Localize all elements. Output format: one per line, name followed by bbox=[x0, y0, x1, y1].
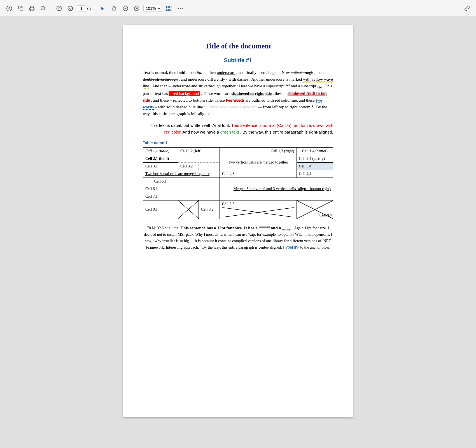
para1-red-background: a red background bbox=[169, 91, 200, 96]
para1-shadow-right: shadowed to right side bbox=[231, 91, 272, 96]
footer-footnote-i: i bbox=[153, 238, 154, 241]
upload-button[interactable] bbox=[4, 4, 14, 13]
para1-normal-15: are outlined with red solid line, and th… bbox=[245, 98, 316, 102]
table-row-8: Cell 8,1 Cell 8,2 Cell 8,3 bbox=[143, 200, 333, 219]
page-separator: / bbox=[87, 6, 88, 11]
cell-7-1: Cell 7,1 bbox=[143, 193, 178, 200]
svg-rect-2 bbox=[20, 8, 23, 11]
para1-normal-12: . These words are bbox=[201, 91, 231, 96]
footer-paragraph: 78 MiB? Not a little. This sentence has … bbox=[143, 225, 333, 251]
copy-button[interactable] bbox=[16, 4, 25, 12]
svg-point-9 bbox=[68, 6, 73, 11]
page-total: 3 bbox=[89, 6, 92, 11]
zoom-select[interactable]: 101% 75% 100% 125% 150% bbox=[143, 5, 162, 12]
zoom-search-button[interactable] bbox=[39, 4, 48, 12]
page-input[interactable] bbox=[77, 5, 86, 11]
footer-normal-5: to the anchor blow. bbox=[300, 245, 330, 249]
footer-footnote-ii: ii bbox=[200, 245, 201, 248]
more-options-button[interactable]: ••• bbox=[176, 5, 186, 12]
fit-page-button[interactable] bbox=[164, 4, 174, 13]
para1-underscore: underscore bbox=[217, 70, 235, 75]
table-row-4: Two horizontal cells are merged together… bbox=[143, 170, 333, 178]
ellipsis-icon: ••• bbox=[178, 6, 184, 11]
para1-normal-7: . Another underscore is marked bbox=[249, 77, 303, 81]
para1-normal-6: , and underscore differently - bbox=[179, 77, 228, 81]
para1-normal-8: . And then – underscore and strikethroug… bbox=[150, 84, 222, 88]
zoom-out-button[interactable] bbox=[121, 4, 130, 12]
cell-1-3: Cell 1,3 (right) bbox=[220, 147, 297, 155]
cell-4-3: Cell 4,3 bbox=[220, 170, 297, 178]
cell-4-merged: Two horizontal cells are merged together bbox=[143, 170, 220, 178]
para1-normal-14: , and these – reflected to bottom side. … bbox=[151, 98, 226, 102]
para2-normal-2: And now we have a bbox=[183, 130, 220, 134]
cell-2-4: Cell 2,4 (justify) bbox=[297, 155, 333, 162]
para1-sup3: 2 bbox=[311, 104, 313, 107]
footer-bold-1: This sentence has a 12pt font size. It h… bbox=[181, 225, 259, 230]
document-subtitle: Subtitle #1 bbox=[143, 57, 333, 64]
cell-8-4: Cell 8,4 bbox=[297, 200, 333, 219]
para1-two-words-red: two words bbox=[226, 98, 244, 102]
paragraph-2: This text is usual, but written with Ari… bbox=[143, 122, 333, 136]
separator-2 bbox=[95, 4, 95, 13]
hand-tool-button[interactable] bbox=[110, 4, 119, 12]
svg-line-21 bbox=[222, 207, 294, 217]
para1-sub1: 456 bbox=[317, 86, 322, 89]
para1-double-strikethrough: double strikethrough bbox=[143, 77, 178, 81]
cell-2-3-merged: Two vertical cells are merged together bbox=[220, 155, 297, 170]
footer-bold-3: . bbox=[292, 225, 293, 230]
para2-green-text: green text bbox=[220, 130, 239, 134]
cell-5-merged-right bbox=[178, 178, 220, 200]
paragraph-1: Text is normal, then bold , then italic … bbox=[143, 69, 333, 117]
cell-3-2b bbox=[199, 162, 220, 170]
svg-line-5 bbox=[44, 9, 45, 10]
content-wrapper: Title of the document Subtitle #1 Text i… bbox=[0, 17, 476, 426]
document-title: Title of the document bbox=[143, 42, 333, 50]
svg-rect-17 bbox=[166, 9, 168, 10]
table-row-5: Cell 5,1 Merged 3 horizontal and 3 verti… bbox=[143, 178, 333, 185]
svg-line-19 bbox=[178, 200, 199, 219]
cell-1-4: Cell 1,4 (center) bbox=[297, 147, 333, 155]
footer-superscript: superscript bbox=[259, 225, 270, 228]
cell-6-1: Cell 6,1 bbox=[143, 185, 178, 193]
para1-normal-16: – with solid dashed blue line bbox=[155, 105, 203, 109]
cell-5-1: Cell 5,1 bbox=[143, 178, 178, 185]
para1-normal-17: . bbox=[207, 105, 209, 109]
para1-bold: bold bbox=[178, 70, 185, 75]
cell-1-2: Cell 1,2 (left) bbox=[178, 147, 220, 155]
para2-normal-1: This text is usual, but written with Ari… bbox=[150, 123, 231, 128]
footer-bold-2: and a bbox=[271, 225, 282, 230]
para1-sup2: 1 bbox=[204, 104, 206, 107]
share-link-button[interactable] bbox=[463, 4, 472, 12]
cell-2-2 bbox=[178, 155, 220, 162]
print-button[interactable] bbox=[27, 4, 36, 12]
para1-normal-5: , then bbox=[314, 70, 324, 75]
svg-point-8 bbox=[57, 6, 62, 11]
document-table: Cell 1,1 (italic) Cell 1,2 (left) Cell 1… bbox=[143, 147, 333, 219]
prev-page-button[interactable] bbox=[55, 4, 64, 12]
para1-normal-4: , and finally normal again. Now bbox=[236, 70, 291, 75]
next-page-button[interactable] bbox=[66, 4, 75, 12]
para2-normal-3: . By the way, this entire paragraph is r… bbox=[240, 130, 333, 134]
para1-italic: italic bbox=[197, 70, 206, 75]
para1-normal-2: , then bbox=[186, 70, 197, 75]
cell-8-2: Cell 8,2 bbox=[199, 200, 220, 219]
svg-rect-15 bbox=[166, 6, 168, 8]
para1-strikethrough: strikethrough bbox=[291, 70, 313, 75]
footer-normal-4: By the way, this entire paragraph is cen… bbox=[202, 245, 283, 249]
separator-1 bbox=[51, 4, 51, 13]
para1-normal-18: — from left top to right bottom bbox=[258, 105, 310, 109]
para1-normal-3: , then bbox=[206, 70, 217, 75]
cell-3-4: Cell 3,4 bbox=[297, 162, 333, 170]
para1-with-dashes: with dashes bbox=[228, 77, 248, 81]
para1-together: together bbox=[222, 84, 235, 88]
cell-5-6-7-merged: Merged 3 horizontal and 3 vertical cells… bbox=[220, 178, 333, 200]
svg-line-20 bbox=[178, 200, 199, 219]
hyperlink[interactable]: Hyperlink bbox=[283, 245, 299, 249]
para1-normal-9: ! Here we have a superscript bbox=[237, 84, 284, 88]
svg-rect-18 bbox=[169, 9, 171, 10]
para1-normal-10: and a subscript bbox=[291, 84, 316, 88]
para1-normal-1: Text is normal, then bbox=[143, 70, 178, 75]
cursor-tool-button[interactable] bbox=[99, 4, 108, 12]
zoom-in-button[interactable] bbox=[132, 4, 141, 12]
table-name: Table name 1 bbox=[143, 141, 333, 145]
